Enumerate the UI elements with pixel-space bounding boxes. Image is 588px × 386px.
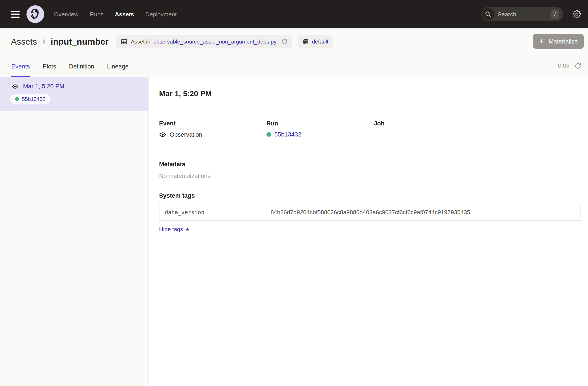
- asset-in-label: Asset in: [131, 39, 150, 45]
- tab-plots[interactable]: Plots: [42, 63, 56, 77]
- gear-icon[interactable]: [572, 10, 581, 18]
- table-grid-icon: [121, 38, 128, 45]
- nav-item-runs[interactable]: Runs: [90, 11, 104, 18]
- repo-location-icon: [302, 38, 309, 45]
- event-list-sidebar: Mar 1, 5:20 PM 55b13432: [0, 77, 148, 386]
- page-body: Mar 1, 5:20 PM 55b13432 Mar 1, 5:20 PM E…: [0, 77, 588, 386]
- run-id-link[interactable]: 55b13432: [274, 131, 301, 138]
- nav-item-deployment[interactable]: Deployment: [145, 11, 177, 18]
- top-nav-bar: Overview Runs Assets Deployment /: [0, 0, 588, 28]
- materialize-label: Materialize: [548, 38, 578, 45]
- octopus-icon: [29, 8, 42, 20]
- breadcrumb-chevron-icon: [41, 38, 47, 45]
- event-detail-panel: Mar 1, 5:20 PM Event Observation: [149, 77, 588, 386]
- event-list-item[interactable]: Mar 1, 5:20 PM 55b13432: [0, 77, 148, 111]
- nav-item-overview[interactable]: Overview: [54, 11, 79, 18]
- job-value: —: [374, 131, 380, 138]
- hamburger-menu-icon[interactable]: [11, 9, 20, 19]
- dagster-logo[interactable]: [26, 5, 44, 23]
- divider: [159, 150, 581, 150]
- hide-tags-link[interactable]: Hide tags: [159, 226, 189, 232]
- caret-up-icon: [186, 228, 189, 230]
- materialize-button[interactable]: Materialize: [533, 34, 584, 49]
- breadcrumb-assets-link[interactable]: Assets: [11, 37, 37, 47]
- eye-icon: [12, 83, 19, 90]
- breadcrumb-row: Assets input_number Asset in observable_…: [0, 28, 588, 55]
- global-search[interactable]: /: [481, 7, 564, 21]
- job-column-header: Job: [374, 120, 581, 127]
- metadata-heading: Metadata: [159, 161, 581, 168]
- metadata-empty-message: No materializations: [159, 173, 581, 180]
- refresh-icon[interactable]: [574, 62, 582, 69]
- asset-definition-link[interactable]: observable_source_ass..._non_argument_de…: [153, 39, 276, 45]
- tab-definition[interactable]: Definition: [69, 63, 95, 77]
- tag-key-cell: data_version: [160, 204, 265, 220]
- run-status-dot: [266, 132, 271, 137]
- event-column-header: Event: [159, 120, 266, 127]
- eye-icon: [159, 131, 166, 139]
- search-input[interactable]: [498, 11, 541, 18]
- asset-definition-pill: Asset in observable_source_ass..._non_ar…: [116, 35, 292, 48]
- system-tags-table: data_version 84b26d7d9204cbf588026c8a988…: [159, 203, 581, 221]
- tabs-row: Events Plots Definition Lineage 0:06: [0, 55, 588, 77]
- hide-tags-label: Hide tags: [159, 226, 183, 232]
- search-icon: [482, 8, 494, 20]
- repository-link[interactable]: default: [312, 39, 329, 45]
- tab-lineage[interactable]: Lineage: [107, 63, 129, 77]
- page-title: input_number: [51, 37, 108, 47]
- refresh-countdown: 0:06: [558, 62, 570, 69]
- tab-events[interactable]: Events: [11, 63, 30, 77]
- event-type-value: Observation: [170, 131, 202, 138]
- system-tags-heading: System tags: [159, 192, 581, 199]
- tag-value-cell: 84b26d7d9204cbf588026c8a9886d403a6c9637c…: [265, 204, 581, 220]
- search-shortcut-badge: /: [551, 9, 559, 19]
- nav-item-assets[interactable]: Assets: [115, 11, 134, 18]
- run-status-dot: [15, 97, 19, 101]
- run-id-badge[interactable]: 55b13432: [10, 94, 50, 104]
- repository-pill[interactable]: default: [297, 35, 333, 48]
- event-timestamp: Mar 1, 5:20 PM: [23, 83, 64, 90]
- divider: [159, 111, 581, 111]
- run-column-header: Run: [266, 120, 374, 127]
- run-id-text: 55b13432: [22, 96, 45, 102]
- reload-definition-icon[interactable]: [281, 39, 287, 45]
- main-nav: Overview Runs Assets Deployment: [54, 11, 177, 18]
- event-detail-title: Mar 1, 5:20 PM: [159, 89, 581, 98]
- sparkle-icon: [539, 38, 546, 45]
- app-root: Overview Runs Assets Deployment /: [0, 0, 588, 386]
